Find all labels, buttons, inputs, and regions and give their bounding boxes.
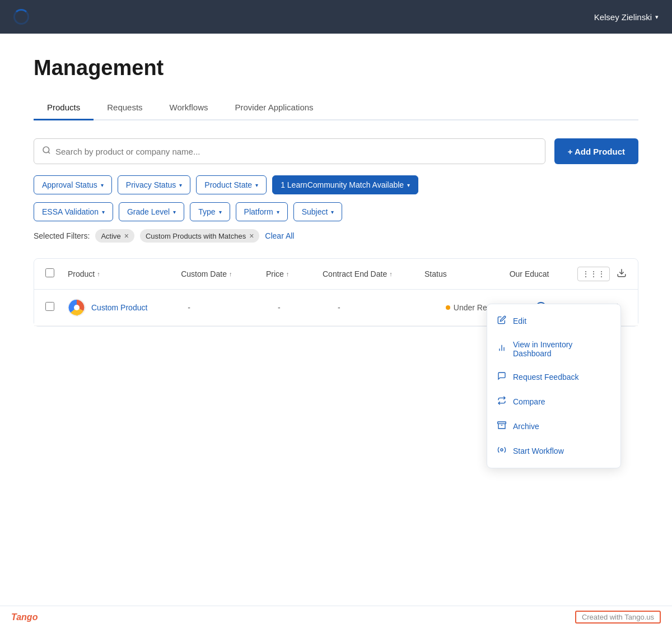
column-header-contract-end-date[interactable]: Contract End Date ↑ xyxy=(323,269,424,278)
page-title: Management xyxy=(34,56,638,80)
search-input[interactable] xyxy=(55,147,537,156)
contract-end-date-cell: - xyxy=(338,303,446,312)
footer: Tango Created with Tango.us xyxy=(0,606,672,628)
product-icon: ★ xyxy=(68,299,86,317)
nav-spinner-icon xyxy=(13,9,29,25)
context-menu-compare[interactable]: Compare xyxy=(487,389,620,414)
context-menu-view-inventory[interactable]: View in Inventory Dashboard xyxy=(487,333,620,365)
search-box xyxy=(34,138,545,164)
product-cell: ★ Custom Product xyxy=(68,299,188,317)
feedback-icon xyxy=(497,371,506,383)
filter-platform[interactable]: Platform ▾ xyxy=(236,202,288,221)
top-navigation: Kelsey Zielinski ▾ xyxy=(0,0,672,34)
search-row: + Add Product xyxy=(34,138,638,164)
tab-requests[interactable]: Requests xyxy=(94,96,156,120)
selected-filters-label: Selected Filters: xyxy=(34,231,90,240)
clear-all-filters[interactable]: Clear All xyxy=(265,231,294,240)
column-header-price[interactable]: Price ↑ xyxy=(266,269,323,278)
selected-filters-row: Selected Filters: Active × Custom Produc… xyxy=(34,229,638,243)
svg-point-0 xyxy=(43,147,49,153)
filter-privacy-status[interactable]: Privacy Status ▾ xyxy=(118,175,190,194)
filter-essa-validation[interactable]: ESSA Validation ▾ xyxy=(34,202,113,221)
tab-workflows[interactable]: Workflows xyxy=(156,96,222,120)
row-checkbox[interactable] xyxy=(45,302,68,313)
tab-provider-applications[interactable]: Provider Applications xyxy=(221,96,326,120)
context-menu: Edit View in Inventory Dashboard Request… xyxy=(487,304,621,468)
filter-approval-status[interactable]: Approval Status ▾ xyxy=(34,175,112,194)
user-menu[interactable]: Kelsey Zielinski ▾ xyxy=(594,12,659,22)
row-select-checkbox[interactable] xyxy=(45,302,54,311)
sort-arrow-icon: ↑ xyxy=(389,271,393,277)
chevron-down-icon: ▾ xyxy=(331,209,334,215)
context-menu-archive[interactable]: Archive xyxy=(487,414,620,439)
workflow-icon xyxy=(497,445,506,457)
header-checkbox[interactable] xyxy=(45,268,68,280)
remove-custom-products-filter[interactable]: × xyxy=(249,231,254,240)
table-column-actions: ⋮⋮⋮ xyxy=(577,267,627,281)
svg-line-1 xyxy=(48,152,50,153)
column-header-our-educat: Our Educat xyxy=(510,269,577,278)
chevron-down-icon: ▾ xyxy=(101,182,104,188)
sort-arrow-icon: ↑ xyxy=(229,271,232,277)
tango-credit: Created with Tango.us xyxy=(575,611,661,624)
filter-tag-custom-products: Custom Products with Matches × xyxy=(140,229,259,243)
custom-date-cell: - xyxy=(188,303,278,312)
inventory-icon xyxy=(497,343,506,355)
filter-tag-active: Active × xyxy=(95,229,134,243)
columns-toggle-button[interactable]: ⋮⋮⋮ xyxy=(577,267,610,281)
filter-subject[interactable]: Subject ▾ xyxy=(293,202,343,221)
sort-arrow-icon: ↑ xyxy=(97,271,100,277)
filter-learn-community[interactable]: 1 LearnCommunity Match Available ▾ xyxy=(272,175,418,194)
edit-icon xyxy=(497,315,506,327)
product-name-link[interactable]: Custom Product xyxy=(91,303,147,312)
archive-icon xyxy=(497,421,506,432)
compare-icon xyxy=(497,396,506,407)
column-header-custom-date[interactable]: Custom Date ↑ xyxy=(181,269,266,278)
filter-type[interactable]: Type ▾ xyxy=(190,202,230,221)
status-dot-icon xyxy=(446,305,450,310)
column-header-product[interactable]: Product ↑ xyxy=(68,269,181,278)
svg-point-4 xyxy=(74,305,80,310)
chevron-down-icon: ▾ xyxy=(407,182,410,188)
remove-active-filter[interactable]: × xyxy=(124,231,129,240)
context-menu-edit[interactable]: Edit xyxy=(487,309,620,333)
table-header: Product ↑ Custom Date ↑ Price ↑ Contract… xyxy=(34,259,638,290)
select-all-checkbox[interactable] xyxy=(45,268,54,277)
tab-products[interactable]: Products xyxy=(34,96,94,120)
main-content: Management Products Requests Workflows P… xyxy=(0,34,672,628)
svg-rect-9 xyxy=(498,422,506,424)
context-menu-start-workflow[interactable]: Start Workflow xyxy=(487,439,620,463)
search-icon xyxy=(42,146,51,157)
column-header-status: Status xyxy=(424,269,510,278)
tab-bar: Products Requests Workflows Provider App… xyxy=(34,96,638,120)
chevron-down-icon: ▾ xyxy=(173,209,176,215)
svg-text:★: ★ xyxy=(76,313,78,317)
download-button[interactable] xyxy=(617,268,627,281)
svg-point-11 xyxy=(501,449,503,451)
add-product-button[interactable]: + Add Product xyxy=(554,138,638,164)
chevron-down-icon: ▾ xyxy=(219,209,222,215)
filter-grade-level[interactable]: Grade Level ▾ xyxy=(119,202,184,221)
chevron-down-icon: ▾ xyxy=(255,182,258,188)
products-table: Product ↑ Custom Date ↑ Price ↑ Contract… xyxy=(34,258,638,327)
chevron-down-icon: ▾ xyxy=(277,209,279,215)
price-cell: - xyxy=(278,303,338,312)
chevron-down-icon: ▾ xyxy=(179,182,182,188)
sort-arrow-icon: ↑ xyxy=(286,271,290,277)
context-menu-request-feedback[interactable]: Request Feedback xyxy=(487,365,620,389)
user-name: Kelsey Zielinski xyxy=(594,12,652,22)
filter-product-state[interactable]: Product State ▾ xyxy=(196,175,267,194)
chevron-down-icon: ▾ xyxy=(655,13,659,21)
chevron-down-icon: ▾ xyxy=(102,209,105,215)
filter-row-2: ESSA Validation ▾ Grade Level ▾ Type ▾ P… xyxy=(34,202,638,221)
filter-row: Approval Status ▾ Privacy Status ▾ Produ… xyxy=(34,175,638,194)
tango-brand: Tango xyxy=(11,612,38,622)
